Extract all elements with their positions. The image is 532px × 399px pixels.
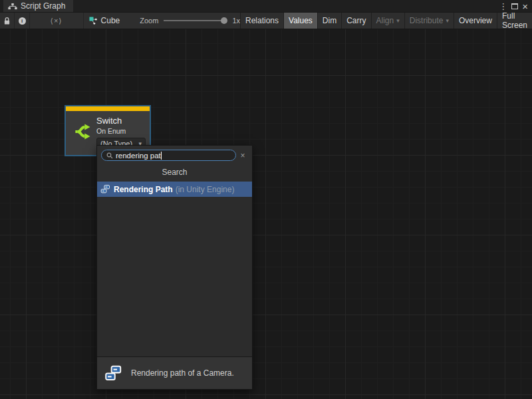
graph-hierarchy-icon xyxy=(8,2,17,11)
graph-toolbar: i ⟨×⟩ Cube Zoom 1x xyxy=(0,13,532,29)
enum-icon xyxy=(104,364,122,382)
info-icon: i xyxy=(19,17,26,25)
node-subtitle: On Enum xyxy=(96,126,147,136)
zoom-label: Zoom xyxy=(140,17,158,25)
code-icon: ⟨×⟩ xyxy=(51,17,63,25)
tab-title: Script Graph xyxy=(21,1,65,11)
relations-toggle[interactable]: Relations xyxy=(240,13,283,29)
text-caret xyxy=(161,152,162,160)
search-input[interactable]: rendering pat xyxy=(101,150,236,161)
result-description: Rendering path of a Camera. xyxy=(131,368,234,378)
script-graph-window: Script Graph ⋮ × i ⟨×⟩ xyxy=(0,0,532,399)
search-result-rendering-path[interactable]: Rendering Path (in Unity Engine) xyxy=(97,182,252,197)
type-search-popup: rendering pat × Search Rendering Path (i… xyxy=(96,145,253,390)
zoom-slider-track xyxy=(164,20,227,21)
window-close-icon[interactable]: × xyxy=(522,1,528,11)
zoom-slider[interactable] xyxy=(164,17,227,24)
tab-script-graph[interactable]: Script Graph xyxy=(3,0,73,12)
chevron-down-icon: ▾ xyxy=(396,17,400,24)
graph-node-icon xyxy=(89,17,98,25)
node-title: Switch xyxy=(96,115,147,126)
search-icon xyxy=(106,152,113,159)
dim-toggle[interactable]: Dim xyxy=(317,13,341,29)
carry-toggle[interactable]: Carry xyxy=(341,13,370,29)
graph-reference-label: Cube xyxy=(101,16,120,25)
overview-button[interactable]: Overview xyxy=(454,13,497,29)
values-toggle[interactable]: Values xyxy=(283,13,317,29)
result-context: (in Unity Engine) xyxy=(176,185,235,194)
tab-bar: Script Graph ⋮ × xyxy=(0,0,532,13)
popup-footer: Rendering path of a Camera. xyxy=(97,356,252,389)
graph-canvas[interactable]: Switch On Enum (No Type) ▾ xyxy=(0,29,532,399)
zoom-control: Zoom 1x xyxy=(140,13,240,29)
lock-button[interactable] xyxy=(0,13,15,29)
result-name: Rendering Path xyxy=(114,185,173,194)
chevron-down-icon: ▾ xyxy=(446,17,449,24)
tab-bar-spacer xyxy=(73,0,499,12)
clear-search-button[interactable]: × xyxy=(237,151,248,160)
zoom-slider-handle[interactable] xyxy=(221,17,227,24)
zoom-value: 1x xyxy=(232,17,240,25)
enum-icon xyxy=(100,184,110,194)
fullscreen-button[interactable]: Full Screen xyxy=(497,13,532,29)
preview-code-button[interactable]: ⟨×⟩ xyxy=(30,13,84,29)
switch-branch-icon xyxy=(73,122,93,141)
inspect-button[interactable]: i xyxy=(15,13,29,29)
search-section-header: Search xyxy=(97,164,252,182)
graph-reference[interactable]: Cube xyxy=(84,13,127,29)
distribute-dropdown[interactable]: Distribute▾ xyxy=(404,13,454,29)
node-warning-bar xyxy=(66,106,150,111)
window-menu-icon[interactable]: ⋮ xyxy=(499,2,507,11)
align-dropdown[interactable]: Align▾ xyxy=(371,13,404,29)
result-list-empty-area[interactable] xyxy=(97,197,252,356)
window-maximize-icon[interactable] xyxy=(511,3,518,9)
search-query: rendering pat xyxy=(116,152,161,160)
toolbar-toggle-group: Relations Values Dim Carry Align▾ Distri… xyxy=(240,13,532,29)
lock-icon xyxy=(3,17,11,25)
